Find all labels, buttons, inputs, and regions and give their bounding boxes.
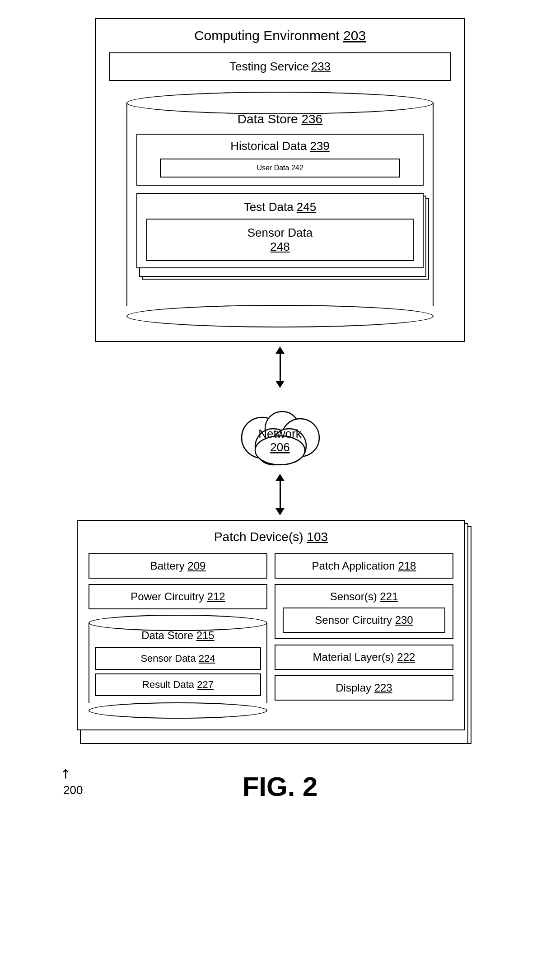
cylinder-top (126, 92, 434, 114)
computing-environment-box: Computing Environment 203 Testing Servic… (95, 18, 465, 342)
test-data-box: Test Data 245 Sensor Data 248 (136, 193, 424, 268)
result-data-box: Result Data 227 (95, 673, 261, 696)
patch-data-store-cylinder: Data Store 215 Sensor Data 224 Result Da… (89, 615, 267, 719)
patch-sensor-data-box: Sensor Data 224 (95, 647, 261, 670)
arrow-down-2 (275, 474, 285, 515)
arrow-line-2 (280, 481, 281, 508)
stacked-test-data: Test Data 245 Sensor Data 248 (136, 193, 424, 274)
testing-service-box: Testing Service 233 (109, 52, 451, 81)
figure-ref-area: ↗ 200 (63, 767, 83, 797)
network-cloud-svg: Network 206 (217, 393, 343, 469)
historical-data-title: Historical Data 239 (146, 139, 414, 153)
arrow-line-1 (280, 354, 281, 381)
sensors-group: Sensor(s) 221 Sensor Circuitry 230 (275, 584, 453, 639)
figure-title: FIG. 2 (243, 771, 318, 802)
power-circuitry-box: Power Circuitry 212 (89, 584, 267, 609)
sensor-data-box: Sensor Data 248 (146, 219, 414, 261)
network-ref: 206 (270, 440, 289, 454)
display-box: Display 223 (275, 675, 453, 701)
patch-inner-grid: Battery 209 Power Circuitry 212 Data Sto… (89, 553, 453, 719)
figure-section: ↗ 200 FIG. 2 (27, 771, 533, 802)
cylinder-bottom (126, 305, 434, 327)
cylinder-body: Data Store 236 Historical Data 239 User … (126, 103, 434, 306)
sensors-label: Sensor(s) 221 (283, 590, 445, 603)
arrow-down-1 (275, 342, 285, 388)
patch-device-box: Patch Device(s) 103 Battery 209 Power Ci… (77, 520, 465, 730)
arrow-up-icon (275, 346, 285, 354)
patch-application-box: Patch Application 218 (275, 553, 453, 579)
battery-box: Battery 209 (89, 553, 267, 579)
sensor-circuitry-box: Sensor Circuitry 230 (283, 608, 445, 633)
arrow-down-icon-2 (275, 508, 285, 515)
small-cylinder-top (89, 615, 267, 631)
data-store-cylinder: Data Store 236 Historical Data 239 User … (126, 92, 434, 327)
computing-env-title: Computing Environment 203 (109, 28, 451, 43)
historical-data-box: Historical Data 239 User Data 242 (136, 134, 424, 186)
cylinder-shape: Data Store 236 Historical Data 239 User … (126, 92, 434, 327)
test-data-title: Test Data 245 (146, 200, 414, 214)
patch-data-store-label: Data Store 215 (89, 629, 266, 642)
network-container: Network 206 (217, 393, 343, 469)
right-column: Patch Application 218 Sensor(s) 221 Sens… (275, 553, 453, 701)
small-cylinder-bottom (89, 702, 267, 719)
material-layers-box: Material Layer(s) 222 (275, 645, 453, 670)
small-cylinder-body: Data Store 215 Sensor Data 224 Result Da… (89, 623, 267, 703)
diagram-container: Computing Environment 203 Testing Servic… (0, 0, 560, 829)
arrow-down-icon (275, 381, 285, 388)
network-label: Network (258, 427, 302, 440)
patch-devices-stack: Patch Device(s) 103 Battery 209 Power Ci… (77, 520, 483, 744)
arrow-up-icon-2 (275, 474, 285, 481)
figure-ref-label: 200 (63, 783, 83, 797)
user-data-box: User Data 242 (160, 159, 400, 178)
left-column: Battery 209 Power Circuitry 212 Data Sto… (89, 553, 267, 719)
patch-device-title: Patch Device(s) 103 (89, 530, 453, 544)
diagonal-arrow-icon: ↗ (56, 765, 75, 783)
